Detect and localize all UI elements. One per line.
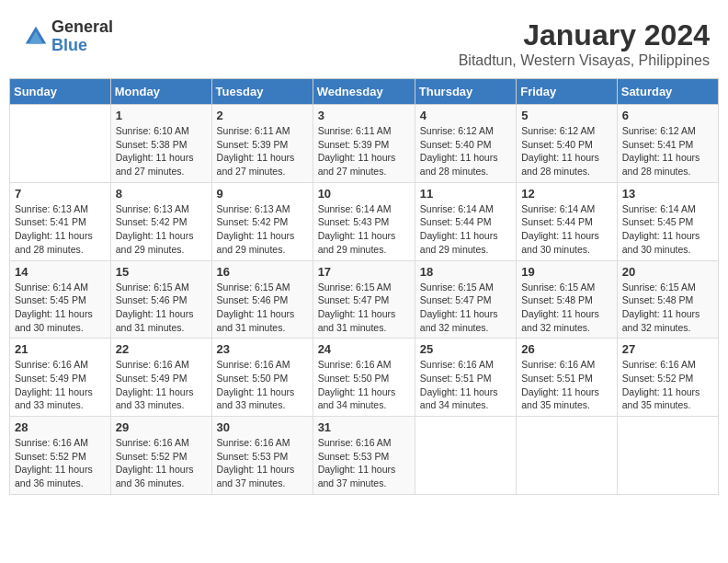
day-info: Sunrise: 6:15 AMSunset: 5:48 PMDaylight:… (521, 281, 612, 335)
calendar-cell (617, 417, 718, 495)
logo: General Blue (18, 18, 113, 55)
day-number: 26 (521, 342, 612, 356)
header-row: SundayMondayTuesdayWednesdayThursdayFrid… (10, 79, 719, 105)
calendar-cell: 23Sunrise: 6:16 AMSunset: 5:50 PMDayligh… (211, 339, 313, 417)
day-info: Sunrise: 6:16 AMSunset: 5:52 PMDaylight:… (15, 436, 106, 490)
title-block: January 2024 Bitadtun, Western Visayas, … (459, 18, 710, 69)
page-title: January 2024 (459, 18, 710, 52)
calendar-cell: 29Sunrise: 6:16 AMSunset: 5:52 PMDayligh… (110, 417, 211, 495)
calendar-cell: 20Sunrise: 6:15 AMSunset: 5:48 PMDayligh… (617, 260, 718, 339)
day-info: Sunrise: 6:10 AMSunset: 5:38 PMDaylight:… (116, 124, 207, 178)
week-row-0: 1Sunrise: 6:10 AMSunset: 5:38 PMDaylight… (10, 105, 719, 183)
calendar-cell: 7Sunrise: 6:13 AMSunset: 5:41 PMDaylight… (10, 182, 111, 260)
day-number: 8 (116, 187, 207, 201)
day-info: Sunrise: 6:14 AMSunset: 5:45 PMDaylight:… (15, 281, 106, 335)
day-number: 14 (15, 265, 106, 279)
week-row-3: 21Sunrise: 6:16 AMSunset: 5:49 PMDayligh… (10, 339, 719, 417)
header-day-sunday: Sunday (10, 79, 111, 105)
day-number: 27 (622, 342, 713, 356)
day-number: 17 (318, 265, 410, 279)
calendar-cell: 1Sunrise: 6:10 AMSunset: 5:38 PMDaylight… (110, 105, 211, 183)
calendar-cell: 9Sunrise: 6:13 AMSunset: 5:42 PMDaylight… (211, 182, 313, 260)
day-info: Sunrise: 6:14 AMSunset: 5:44 PMDaylight:… (420, 202, 511, 257)
calendar-cell: 28Sunrise: 6:16 AMSunset: 5:52 PMDayligh… (10, 417, 111, 495)
calendar-cell: 13Sunrise: 6:14 AMSunset: 5:45 PMDayligh… (617, 182, 718, 260)
calendar-cell (517, 417, 618, 495)
calendar-cell: 19Sunrise: 6:15 AMSunset: 5:48 PMDayligh… (517, 260, 618, 339)
day-info: Sunrise: 6:16 AMSunset: 5:52 PMDaylight:… (622, 358, 713, 412)
day-number: 5 (521, 109, 612, 122)
calendar-cell: 27Sunrise: 6:16 AMSunset: 5:52 PMDayligh… (617, 339, 718, 417)
calendar-header: SundayMondayTuesdayWednesdayThursdayFrid… (10, 79, 719, 105)
day-info: Sunrise: 6:15 AMSunset: 5:46 PMDaylight:… (217, 281, 308, 335)
day-number: 13 (622, 187, 713, 201)
day-number: 7 (15, 187, 106, 201)
calendar-cell: 12Sunrise: 6:14 AMSunset: 5:44 PMDayligh… (517, 182, 618, 260)
calendar-cell (10, 105, 111, 183)
day-number: 2 (217, 109, 308, 122)
header-day-tuesday: Tuesday (211, 79, 313, 105)
calendar-cell: 16Sunrise: 6:15 AMSunset: 5:46 PMDayligh… (211, 260, 313, 339)
day-info: Sunrise: 6:11 AMSunset: 5:39 PMDaylight:… (318, 124, 410, 178)
header-day-friday: Friday (517, 79, 618, 105)
day-info: Sunrise: 6:13 AMSunset: 5:42 PMDaylight:… (116, 202, 207, 257)
calendar-cell: 14Sunrise: 6:14 AMSunset: 5:45 PMDayligh… (10, 260, 111, 339)
day-info: Sunrise: 6:16 AMSunset: 5:50 PMDaylight:… (217, 358, 308, 412)
calendar-cell: 4Sunrise: 6:12 AMSunset: 5:40 PMDaylight… (415, 105, 516, 183)
calendar-cell: 15Sunrise: 6:15 AMSunset: 5:46 PMDayligh… (110, 260, 211, 339)
day-number: 30 (217, 420, 308, 434)
day-info: Sunrise: 6:12 AMSunset: 5:40 PMDaylight:… (420, 124, 511, 178)
day-info: Sunrise: 6:12 AMSunset: 5:41 PMDaylight:… (622, 124, 713, 178)
day-number: 15 (116, 265, 207, 279)
calendar-table: SundayMondayTuesdayWednesdayThursdayFrid… (9, 78, 719, 495)
header-day-thursday: Thursday (415, 79, 516, 105)
day-info: Sunrise: 6:16 AMSunset: 5:51 PMDaylight:… (521, 358, 612, 412)
week-row-1: 7Sunrise: 6:13 AMSunset: 5:41 PMDaylight… (10, 182, 719, 260)
calendar-cell: 22Sunrise: 6:16 AMSunset: 5:49 PMDayligh… (110, 339, 211, 417)
day-number: 24 (318, 342, 410, 356)
page-subtitle: Bitadtun, Western Visayas, Philippines (459, 52, 710, 69)
day-number: 12 (521, 187, 612, 201)
day-number: 19 (521, 265, 612, 279)
calendar-cell (415, 417, 516, 495)
calendar-cell: 10Sunrise: 6:14 AMSunset: 5:43 PMDayligh… (313, 182, 415, 260)
calendar-cell: 2Sunrise: 6:11 AMSunset: 5:39 PMDaylight… (211, 105, 313, 183)
calendar-cell: 6Sunrise: 6:12 AMSunset: 5:41 PMDaylight… (617, 105, 718, 183)
day-number: 28 (15, 420, 106, 434)
header-day-wednesday: Wednesday (313, 79, 415, 105)
calendar-cell: 18Sunrise: 6:15 AMSunset: 5:47 PMDayligh… (415, 260, 516, 339)
calendar-cell: 31Sunrise: 6:16 AMSunset: 5:53 PMDayligh… (313, 417, 415, 495)
calendar-cell: 8Sunrise: 6:13 AMSunset: 5:42 PMDaylight… (110, 182, 211, 260)
day-number: 1 (116, 109, 207, 122)
day-number: 9 (217, 187, 308, 201)
logo-blue-text: Blue (51, 37, 113, 55)
day-info: Sunrise: 6:14 AMSunset: 5:44 PMDaylight:… (521, 202, 612, 257)
calendar-cell: 24Sunrise: 6:16 AMSunset: 5:50 PMDayligh… (313, 339, 415, 417)
day-number: 31 (318, 420, 410, 434)
day-info: Sunrise: 6:14 AMSunset: 5:43 PMDaylight:… (318, 202, 410, 257)
day-number: 6 (622, 109, 713, 122)
calendar-cell: 30Sunrise: 6:16 AMSunset: 5:53 PMDayligh… (211, 417, 313, 495)
week-row-4: 28Sunrise: 6:16 AMSunset: 5:52 PMDayligh… (10, 417, 719, 495)
page-header: General Blue January 2024 Bitadtun, West… (9, 9, 719, 74)
calendar-cell: 21Sunrise: 6:16 AMSunset: 5:49 PMDayligh… (10, 339, 111, 417)
day-info: Sunrise: 6:16 AMSunset: 5:53 PMDaylight:… (318, 436, 410, 490)
day-number: 18 (420, 265, 511, 279)
calendar-cell: 3Sunrise: 6:11 AMSunset: 5:39 PMDaylight… (313, 105, 415, 183)
day-info: Sunrise: 6:14 AMSunset: 5:45 PMDaylight:… (622, 202, 713, 257)
day-number: 23 (217, 342, 308, 356)
header-day-monday: Monday (110, 79, 211, 105)
day-info: Sunrise: 6:16 AMSunset: 5:50 PMDaylight:… (318, 358, 410, 412)
day-info: Sunrise: 6:15 AMSunset: 5:46 PMDaylight:… (116, 281, 207, 335)
day-number: 16 (217, 265, 308, 279)
day-info: Sunrise: 6:16 AMSunset: 5:49 PMDaylight:… (15, 358, 106, 412)
day-number: 25 (420, 342, 511, 356)
calendar-body: 1Sunrise: 6:10 AMSunset: 5:38 PMDaylight… (10, 105, 719, 495)
calendar-cell: 25Sunrise: 6:16 AMSunset: 5:51 PMDayligh… (415, 339, 516, 417)
calendar-cell: 11Sunrise: 6:14 AMSunset: 5:44 PMDayligh… (415, 182, 516, 260)
day-number: 10 (318, 187, 410, 201)
day-info: Sunrise: 6:15 AMSunset: 5:47 PMDaylight:… (318, 281, 410, 335)
day-info: Sunrise: 6:13 AMSunset: 5:41 PMDaylight:… (15, 202, 106, 257)
day-info: Sunrise: 6:16 AMSunset: 5:52 PMDaylight:… (116, 436, 207, 490)
day-info: Sunrise: 6:16 AMSunset: 5:49 PMDaylight:… (116, 358, 207, 412)
